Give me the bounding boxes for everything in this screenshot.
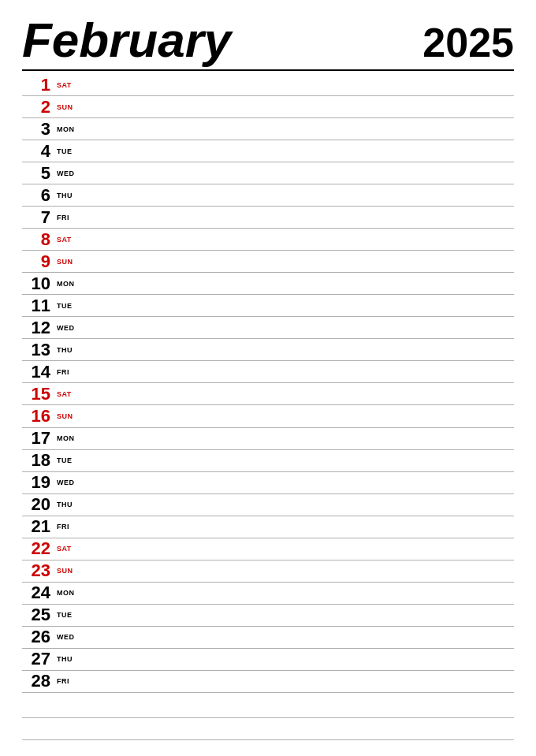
year-title: 2025 bbox=[422, 22, 514, 63]
day-name: SUN bbox=[57, 412, 79, 420]
day-row: 14FRI bbox=[22, 361, 514, 383]
day-name: TUE bbox=[57, 302, 79, 310]
day-number: 4 bbox=[22, 143, 50, 160]
day-row: 19WED bbox=[22, 472, 514, 494]
day-number: 9 bbox=[22, 253, 50, 270]
day-name: FRI bbox=[57, 214, 79, 222]
calendar-header: February 2025 bbox=[22, 16, 514, 71]
day-row: 15SAT bbox=[22, 383, 514, 405]
day-number: 3 bbox=[22, 121, 50, 138]
calendar-page: February 2025 1SAT2SUN3MON4TUE5WED6THU7F… bbox=[0, 0, 536, 756]
day-name: THU bbox=[57, 501, 79, 508]
day-name: MON bbox=[57, 589, 79, 597]
day-name: SUN bbox=[57, 567, 79, 575]
day-number: 25 bbox=[22, 606, 50, 624]
day-name: WED bbox=[57, 479, 79, 486]
day-number: 23 bbox=[22, 562, 50, 579]
day-name: THU bbox=[57, 655, 79, 663]
day-number: 19 bbox=[22, 474, 50, 491]
day-row: 8SAT bbox=[22, 229, 514, 251]
day-number: 16 bbox=[22, 408, 50, 425]
day-name: FRI bbox=[57, 368, 79, 376]
day-name: FRI bbox=[57, 523, 79, 531]
day-number: 24 bbox=[22, 584, 50, 601]
day-number: 6 bbox=[22, 187, 50, 204]
day-name: SAT bbox=[57, 81, 79, 89]
day-row: 16SUN bbox=[22, 405, 514, 427]
day-row: 24MON bbox=[22, 583, 514, 605]
footer-lines bbox=[22, 696, 514, 740]
day-row: 10MON bbox=[22, 273, 514, 295]
day-name: SUN bbox=[57, 103, 79, 111]
day-row: 26WED bbox=[22, 627, 514, 649]
day-number: 28 bbox=[22, 672, 50, 690]
day-name: WED bbox=[57, 633, 79, 641]
day-row: 13THU bbox=[22, 339, 514, 361]
day-name: FRI bbox=[57, 677, 79, 685]
day-number: 1 bbox=[22, 76, 50, 94]
day-row: 28FRI bbox=[22, 671, 514, 693]
day-name: MON bbox=[57, 125, 79, 133]
day-number: 21 bbox=[22, 518, 50, 535]
day-row: 21FRI bbox=[22, 516, 514, 538]
day-name: MON bbox=[57, 434, 79, 442]
day-name: SAT bbox=[57, 390, 79, 398]
day-number: 20 bbox=[22, 496, 50, 513]
days-container: 1SAT2SUN3MON4TUE5WED6THU7FRI8SAT9SUN10MO… bbox=[22, 74, 514, 693]
day-name: THU bbox=[57, 192, 79, 199]
day-row: 11TUE bbox=[22, 295, 514, 317]
day-row: 9SUN bbox=[22, 251, 514, 273]
footer-line-2 bbox=[22, 718, 514, 740]
day-number: 8 bbox=[22, 231, 50, 248]
day-name: MON bbox=[57, 280, 79, 288]
day-number: 22 bbox=[22, 540, 50, 557]
day-name: SUN bbox=[57, 258, 79, 266]
day-number: 17 bbox=[22, 430, 50, 447]
day-name: THU bbox=[57, 346, 79, 354]
day-number: 26 bbox=[22, 628, 50, 646]
day-number: 27 bbox=[22, 650, 50, 668]
day-row: 1SAT bbox=[22, 74, 514, 96]
day-row: 5WED bbox=[22, 162, 514, 184]
day-row: 22SAT bbox=[22, 538, 514, 560]
day-number: 2 bbox=[22, 99, 50, 116]
day-row: 27THU bbox=[22, 649, 514, 671]
day-number: 10 bbox=[22, 275, 50, 292]
day-number: 13 bbox=[22, 341, 50, 359]
day-name: TUE bbox=[57, 147, 79, 155]
day-row: 25TUE bbox=[22, 605, 514, 627]
day-number: 7 bbox=[22, 209, 50, 226]
day-number: 15 bbox=[22, 385, 50, 403]
day-number: 5 bbox=[22, 165, 50, 182]
day-name: WED bbox=[57, 169, 79, 177]
day-number: 18 bbox=[22, 452, 50, 469]
day-row: 4TUE bbox=[22, 140, 514, 162]
day-name: WED bbox=[57, 324, 79, 332]
day-row: 17MON bbox=[22, 428, 514, 450]
day-row: 2SUN bbox=[22, 96, 514, 118]
day-number: 12 bbox=[22, 319, 50, 337]
footer-line-1 bbox=[22, 696, 514, 718]
day-number: 14 bbox=[22, 363, 50, 381]
day-row: 12WED bbox=[22, 317, 514, 339]
day-row: 18TUE bbox=[22, 450, 514, 472]
day-row: 20THU bbox=[22, 494, 514, 516]
month-title: February bbox=[22, 16, 231, 65]
day-row: 3MON bbox=[22, 118, 514, 140]
day-row: 7FRI bbox=[22, 207, 514, 229]
day-row: 6THU bbox=[22, 184, 514, 207]
day-number: 11 bbox=[22, 297, 50, 315]
day-name: SAT bbox=[57, 545, 79, 553]
day-name: TUE bbox=[57, 456, 79, 464]
day-row: 23SUN bbox=[22, 560, 514, 583]
day-name: SAT bbox=[57, 236, 79, 244]
day-name: TUE bbox=[57, 611, 79, 619]
